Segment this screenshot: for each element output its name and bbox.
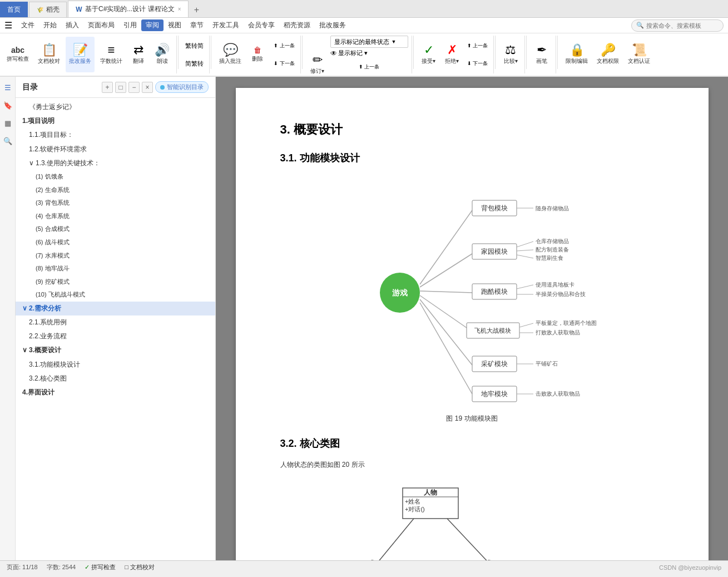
toc-item-1-3-1[interactable]: (1) 饥饿条 [16,170,215,184]
correct-icon: 📝 [73,44,88,56]
spell-check-label: 拼写检查 [91,564,116,570]
btn-correct[interactable]: 📝 批改服务 [66,37,95,72]
search-box[interactable]: 🔍 [631,19,724,32]
btn-ink[interactable]: ✒ 画笔 [531,37,552,72]
track-mode-dropdown[interactable]: 显示标记的最终状态 ▼ [330,36,408,48]
word-count: 字数: 2544 [47,563,76,571]
fig20-ref-text: 人物状态的类图如图 20 所示 [280,459,664,471]
menu-item-chapter[interactable]: 章节 [186,19,208,31]
menu-item-correct[interactable]: 批改服务 [315,19,350,31]
search-input[interactable] [646,22,719,29]
toc-item-1-3-10[interactable]: (10) 飞机战斗模式 [16,288,215,302]
btn-jian-to-fan[interactable]: 简繁转 [183,55,206,72]
search-side-icon[interactable]: 🔍 [2,135,14,147]
restrict-label: 限制编辑 [566,57,588,65]
sidebar-tool-plus[interactable]: + [102,82,113,93]
show-mark-icon: 👁 [330,50,337,57]
tab-wps[interactable]: 🌾 稻壳 [29,2,67,17]
btn-wordcount[interactable]: ≡ 字数统计 [97,37,126,72]
section32-title: 3.2. 核心类图 [280,437,664,450]
ai-toc-button[interactable]: 智能识别目录 [155,81,209,93]
toc-item-book-title[interactable]: 《勇士返乡记》 [16,100,215,114]
btn-spell-check[interactable]: abc 拼写检查 [3,37,32,72]
menu-item-ref[interactable]: 引用 [119,19,141,31]
doc-check-status[interactable]: □ 文档校对 [125,563,155,571]
toc-item-1-3-7[interactable]: (7) 水库模式 [16,249,215,263]
ribbon-group-track: ✏ 修订▾ 显示标记的最终状态 ▼ 👁 显示标记 ▾ ⬆ 上一条 ⬇ [304,36,412,73]
doc-cert-icon: 📜 [632,44,647,56]
btn-translate[interactable]: ⇄ 翻译 [128,37,149,72]
btn-doc-rights[interactable]: 🔑 文档权限 [593,37,622,72]
track-mode-label: 显示标记的最终状态 [334,38,389,46]
btn-next-comment[interactable]: ⬇ 下一条 [271,55,297,72]
btn-compare[interactable]: ⚖ 比较▾ [500,37,521,72]
status-left: 页面: 11/18 字数: 2544 ✓ 拼写检查 □ 文档校对 [7,563,155,571]
tab-doc[interactable]: W 基于C#实现的...设计 课程论文 × [68,1,189,17]
menu-item-dev[interactable]: 开发工具 [208,19,244,31]
btn-doc-check[interactable]: 📋 文档校对 [34,37,63,72]
btn-read[interactable]: 🔊 朗读 [151,37,173,72]
toc-item-1-3-5[interactable]: (5) 合成模式 [16,223,215,236]
feat-plane2: 打败敌人获取物品 [535,329,580,336]
sidebar-tool-box[interactable]: □ [115,82,126,93]
toc-item-1-3-3[interactable]: (3) 背包系统 [16,196,215,210]
btn-doc-cert[interactable]: 📜 文档认证 [625,37,653,72]
new-tab-button[interactable]: + [190,3,204,17]
toc-item-1-3-6[interactable]: (6) 战斗模式 [16,236,215,249]
prev-comment-label: ⬆ 上一条 [274,42,295,50]
toc-item-2-2[interactable]: 2.2.业务流程 [16,329,215,343]
accept-label: 接受▾ [422,57,435,65]
reject-label: 拒绝▾ [445,57,459,65]
toc-item-1-3[interactable]: ∨1.3.使用的关键技术： [16,156,215,170]
toc-item-3[interactable]: ∨3.概要设计 [16,343,215,357]
tab-home[interactable]: 首页 [0,2,28,17]
toc-item-1-1[interactable]: 1.1.项目目标： [16,128,215,142]
thumbnail-icon[interactable]: ▦ [2,117,14,129]
insert-comment-label: 插入批注 [219,57,241,65]
btn-delete-comment[interactable]: 🗑 删除 [247,37,268,72]
read-label: 朗读 [157,57,168,65]
menu-item-review[interactable]: 审阅 [141,19,164,31]
menu-item-daoke[interactable]: 稻壳资源 [279,19,315,31]
btn-prev-change[interactable]: ⬆ 上一条 [465,37,491,54]
prev-track-label: ⬆ 上一条 [359,63,380,71]
toc-item-1[interactable]: 1.项目说明 [16,114,215,128]
btn-insert-comment[interactable]: 💬 插入批注 [216,37,245,72]
menu-item-layout[interactable]: 页面布局 [83,19,119,31]
btn-fan-to-jian[interactable]: 繁转简 [183,37,206,54]
tab-close-icon[interactable]: × [178,6,181,12]
ink-icon: ✒ [537,44,547,56]
menu-item-home[interactable]: 开始 [39,19,61,31]
hamburger-icon[interactable]: ☰ [4,20,12,31]
btn-restrict[interactable]: 🔒 限制编辑 [562,37,591,72]
menu-item-view[interactable]: 视图 [164,19,186,31]
sidebar-tool-close[interactable]: × [142,82,153,93]
toc-item-3-1[interactable]: 3.1.功能模块设计 [16,358,215,372]
toc-item-4[interactable]: 4.界面设计 [16,386,215,400]
menu-item-vip[interactable]: 会员专享 [244,19,279,31]
toc-item-1-3-8[interactable]: (8) 地牢战斗 [16,262,215,275]
page-info: 页面: 11/18 [7,563,38,571]
btn-accept[interactable]: ✓ 接受▾ [418,37,439,72]
btn-prev-comment[interactable]: ⬆ 上一条 [271,37,297,54]
ribbon-group-protect: 🔒 限制编辑 🔑 文档权限 📜 文档认证 [559,36,657,73]
toc-item-2[interactable]: ∨2.需求分析 [16,302,215,315]
bookmark-icon[interactable]: 🔖 [2,99,14,111]
sidebar-tool-minus[interactable]: − [128,82,140,93]
line-backpack [420,210,472,284]
toc-icon[interactable]: ☰ [2,81,14,93]
toc-item-1-3-9[interactable]: (9) 挖矿模式 [16,275,215,289]
toc-item-1-3-2[interactable]: (2) 生命系统 [16,184,215,197]
toc-item-2-1[interactable]: 2.1.系统用例 [16,315,215,329]
btn-prev-track[interactable]: ⬆ 上一条 [330,58,408,75]
btn-next-change[interactable]: ⬇ 下一条 [465,55,491,72]
toc-item-1-3-4[interactable]: (4) 仓库系统 [16,210,215,223]
menu-item-insert[interactable]: 插入 [61,19,83,31]
doc-rights-label: 文档权限 [597,57,619,65]
toc-item-1-2[interactable]: 1.2.软硬件环境需求 [16,142,215,156]
btn-reject[interactable]: ✗ 拒绝▾ [442,37,463,72]
spell-check-status[interactable]: ✓ 拼写检查 [85,563,116,571]
fig19-diagram: 游戏 背包模块 [300,176,645,410]
menu-item-file[interactable]: 文件 [17,19,39,31]
toc-item-3-2[interactable]: 3.2.核心类图 [16,372,215,386]
